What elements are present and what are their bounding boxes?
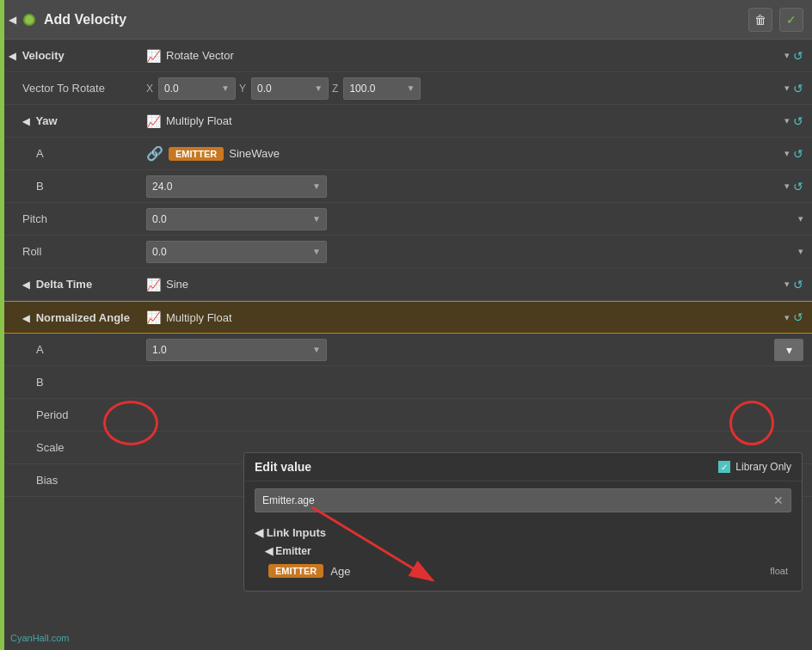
velocity-label: ◀ Velocity	[9, 49, 146, 62]
normalized-angle-label: ◀ Normalized Angle	[9, 311, 146, 324]
delta-dropdown-arrow[interactable]: ▾	[784, 279, 790, 290]
b-dropdown-arrow[interactable]: ▾	[784, 181, 790, 192]
pitch-row: Pitch 0.0 ▼ ▾	[0, 203, 812, 236]
main-panel: ◀ Add Velocity 🗑 ✓ ◀ Velocity 📈 Rotate V…	[0, 0, 812, 650]
header-collapse-arrow[interactable]: ◀	[9, 14, 16, 26]
b-label: B	[9, 180, 146, 193]
popup-item-type: float	[770, 566, 788, 576]
a-reset-arrow[interactable]: ↺	[793, 147, 803, 161]
vector-to-rotate-label: Vector To Rotate	[9, 82, 146, 95]
roll-dropdown-arrow[interactable]: ▾	[798, 246, 803, 257]
vector-reset-arrow[interactable]: ↺	[793, 82, 803, 95]
watermark: CyanHall.com	[10, 633, 69, 643]
norm-a-row: A 1.0 ▼ ▾	[0, 334, 812, 366]
pitch-arrow: ▼	[312, 214, 321, 224]
popup-emitter-subsection: ◀ Emitter EMITTER Age float	[255, 543, 791, 582]
scale-label: Scale	[9, 441, 146, 454]
pitch-suffix: ▾	[798, 213, 803, 224]
velocity-row: ◀ Velocity 📈 Rotate Vector ▾ ↺	[0, 40, 812, 72]
normalized-angle-suffix: ▾ ↺	[784, 310, 803, 324]
curve-icon-yaw: 📈	[146, 114, 161, 128]
norm-a-suffix: ▾	[774, 339, 803, 361]
z-arrow: ▼	[406, 83, 415, 93]
vector-dropdown-arrow[interactable]: ▾	[784, 83, 790, 94]
popup-age-item[interactable]: EMITTER Age float	[265, 560, 791, 582]
norm-a-dropdown-btn[interactable]: ▾	[774, 339, 803, 361]
roll-suffix: ▾	[798, 246, 803, 257]
roll-label: Roll	[9, 245, 146, 258]
curve-icon-normalized: 📈	[146, 310, 161, 324]
x-arrow: ▼	[221, 83, 230, 93]
yaw-dropdown-arrow[interactable]: ▾	[784, 115, 790, 126]
a-content: 🔗 EMITTER SineWave	[146, 145, 784, 162]
pitch-dropdown-arrow[interactable]: ▾	[798, 213, 803, 224]
roll-input[interactable]: 0.0 ▼	[146, 241, 327, 263]
norm-a-input[interactable]: 1.0 ▼	[146, 339, 327, 361]
header: ◀ Add Velocity 🗑 ✓	[0, 0, 812, 40]
norm-a-arrow: ▼	[312, 345, 321, 354]
yaw-value: Multiply Float	[166, 114, 232, 127]
period-row: Period	[0, 399, 812, 432]
normalized-reset-arrow[interactable]: ↺	[793, 310, 803, 324]
status-dot	[23, 14, 35, 26]
a-dropdown-arrow[interactable]: ▾	[784, 148, 790, 159]
velocity-reset-arrow[interactable]: ↺	[793, 49, 803, 63]
y-value: 0.0	[257, 83, 272, 95]
check-button[interactable]: ✓	[779, 8, 803, 32]
b-arrow: ▼	[312, 181, 321, 191]
b-reset-arrow[interactable]: ↺	[793, 180, 803, 193]
header-icons: 🗑 ✓	[748, 8, 803, 32]
popup-link-inputs-section: ◀ Link Inputs ◀ Emitter EMITTER Age floa…	[244, 519, 802, 586]
velocity-content: 📈 Rotate Vector	[146, 49, 784, 63]
yaw-label: ◀ Yaw	[9, 114, 146, 127]
norm-a-value: 1.0	[152, 344, 167, 356]
library-only-label: Library Only	[735, 461, 791, 473]
norm-b-row: B	[0, 366, 812, 399]
x-input[interactable]: 0.0 ▼	[158, 77, 236, 100]
x-label: X	[146, 83, 153, 95]
trash-button[interactable]: 🗑	[748, 8, 772, 32]
normalized-dropdown-arrow[interactable]: ▾	[784, 312, 790, 323]
link-icon-a: 🔗	[146, 145, 163, 162]
a-row: A 🔗 EMITTER SineWave ▾ ↺	[0, 138, 812, 170]
pitch-value: 0.0	[152, 213, 167, 225]
normalized-angle-content: 📈 Multiply Float	[146, 310, 784, 324]
roll-arrow: ▼	[312, 247, 321, 256]
vector-suffix: ▾ ↺	[784, 82, 803, 95]
b-input[interactable]: 24.0 ▼	[146, 175, 327, 198]
velocity-value: Rotate Vector	[166, 49, 234, 62]
edit-value-popup: Edit value ✓ Library Only Emitter.age ✕ …	[243, 452, 803, 592]
period-label: Period	[9, 408, 146, 421]
popup-close-btn[interactable]: ✕	[773, 494, 784, 507]
normalized-angle-value: Multiply Float	[166, 311, 232, 324]
popup-title: Edit value	[255, 460, 311, 474]
yaw-reset-arrow[interactable]: ↺	[793, 114, 803, 128]
yaw-suffix: ▾ ↺	[784, 114, 803, 128]
popup-section-title: ◀ Link Inputs	[255, 523, 791, 543]
curve-icon-velocity: 📈	[146, 49, 161, 63]
delta-time-value: Sine	[166, 278, 188, 291]
velocity-dropdown-arrow[interactable]: ▾	[784, 50, 790, 61]
x-value: 0.0	[164, 83, 179, 95]
popup-library-only: ✓ Library Only	[718, 461, 791, 473]
popup-emitter-badge: EMITTER	[268, 564, 323, 578]
velocity-suffix: ▾ ↺	[784, 49, 803, 63]
delta-reset-arrow[interactable]: ↺	[793, 278, 803, 291]
popup-header: Edit value ✓ Library Only	[244, 453, 802, 481]
y-input[interactable]: 0.0 ▼	[251, 77, 329, 100]
library-only-checkbox[interactable]: ✓	[718, 461, 730, 473]
z-input[interactable]: 100.0 ▼	[343, 77, 421, 100]
pitch-input[interactable]: 0.0 ▼	[146, 208, 327, 230]
page-title: Add Velocity	[44, 12, 748, 28]
a-suffix: ▾ ↺	[784, 147, 803, 161]
popup-search-field[interactable]: Emitter.age ✕	[255, 488, 791, 512]
emitter-badge-a: EMITTER	[169, 147, 224, 161]
popup-subsection-title: ◀ Emitter	[265, 543, 791, 560]
yaw-content: 📈 Multiply Float	[146, 114, 784, 128]
bias-label: Bias	[9, 474, 146, 487]
norm-b-label: B	[9, 376, 146, 389]
roll-content: 0.0 ▼	[146, 241, 798, 263]
b-row: B 24.0 ▼ ▾ ↺	[0, 170, 812, 203]
curve-icon-delta: 📈	[146, 278, 161, 291]
b-content: 24.0 ▼	[146, 175, 784, 198]
